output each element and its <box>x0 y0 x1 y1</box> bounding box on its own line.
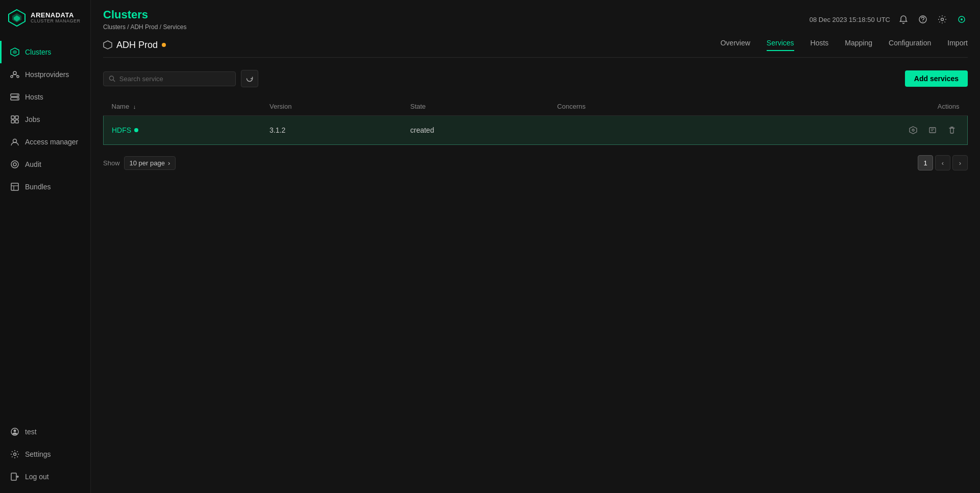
service-config-button[interactable] <box>906 123 920 137</box>
page-1-button[interactable]: 1 <box>918 155 933 170</box>
svg-point-12 <box>17 95 18 96</box>
service-status-dot <box>134 128 138 132</box>
sidebar-item-logout[interactable]: Log out <box>0 465 90 488</box>
power-icon[interactable] <box>955 13 968 26</box>
clusters-icon <box>10 47 20 57</box>
access-manager-label: Access manager <box>25 138 78 146</box>
page-next-button[interactable]: › <box>952 155 968 170</box>
col-concerns: Concerns <box>549 97 713 116</box>
logout-label: Log out <box>25 473 49 481</box>
svg-marker-4 <box>13 50 17 54</box>
page-controls: 1 ‹ › <box>918 155 968 170</box>
refresh-button[interactable] <box>241 70 258 87</box>
help-icon[interactable] <box>917 13 929 26</box>
svg-rect-16 <box>11 120 14 123</box>
sidebar-item-jobs[interactable]: Jobs <box>0 108 90 131</box>
svg-rect-15 <box>15 116 18 119</box>
cluster-icon <box>103 40 112 50</box>
svg-rect-14 <box>11 116 14 119</box>
svg-point-20 <box>13 163 16 166</box>
service-version-cell: 3.1.2 <box>261 116 402 145</box>
service-delete-button[interactable] <box>945 123 959 137</box>
show-label: Show <box>103 159 120 167</box>
toolbar-left <box>103 70 258 87</box>
page-prev-button[interactable]: ‹ <box>935 155 950 170</box>
service-name: HDFS <box>112 126 253 134</box>
service-state-cell: created <box>402 116 549 145</box>
top-header: Clusters Clusters / ADH Prod / Services … <box>91 0 980 31</box>
pagination: Show 10 per page › 1 ‹ › <box>103 155 968 170</box>
svg-marker-36 <box>910 127 917 134</box>
logo: ARENADATA CLUSTER MANAGER <box>0 0 90 36</box>
breadcrumb-clusters[interactable]: Clusters <box>103 23 126 31</box>
chevron-right-icon: › <box>168 159 170 167</box>
notifications-icon[interactable] <box>897 13 910 26</box>
sidebar: ARENADATA CLUSTER MANAGER Clusters <box>0 0 91 493</box>
svg-rect-27 <box>11 473 16 480</box>
cluster-nav: Overview Services Hosts Mapping Configur… <box>720 39 968 51</box>
gear-icon[interactable] <box>936 13 948 26</box>
sidebar-item-audit[interactable]: Audit <box>0 153 90 176</box>
svg-rect-21 <box>11 183 18 190</box>
per-page-value: 10 per page <box>130 159 165 167</box>
sidebar-item-settings[interactable]: Settings <box>0 443 90 465</box>
sidebar-item-hosts[interactable]: Hosts <box>0 86 90 108</box>
tab-hosts[interactable]: Hosts <box>811 39 829 51</box>
bundles-label: Bundles <box>25 183 51 191</box>
svg-point-6 <box>11 76 13 78</box>
search-box[interactable] <box>103 71 236 86</box>
service-edit-button[interactable] <box>925 123 940 137</box>
search-input[interactable] <box>119 75 230 83</box>
cluster-name-text: ADH Prod <box>116 40 158 51</box>
content-area: Add services Name ↓ Version State Concer… <box>91 58 980 493</box>
tab-overview[interactable]: Overview <box>720 39 750 51</box>
sort-arrow-name: ↓ <box>133 104 136 110</box>
hostproviders-label: Hostproviders <box>25 70 69 79</box>
tab-services[interactable]: Services <box>767 39 794 51</box>
breadcrumb: Clusters / ADH Prod / Services <box>103 23 186 31</box>
sidebar-item-hostproviders[interactable]: Hostproviders <box>0 63 90 86</box>
svg-point-5 <box>13 71 16 75</box>
sidebar-nav: Clusters Hostproviders <box>0 36 90 421</box>
brand-sub: CLUSTER MANAGER <box>31 19 81 24</box>
col-name: Name ↓ <box>104 97 262 116</box>
datetime: 08 Dec 2023 15:18:50 UTC <box>810 16 890 23</box>
svg-rect-38 <box>929 128 936 133</box>
breadcrumb-services[interactable]: Services <box>163 23 186 31</box>
tab-import[interactable]: Import <box>947 39 968 51</box>
user-icon <box>10 427 20 437</box>
hostproviders-icon <box>10 69 20 80</box>
table-header: Name ↓ Version State Concerns Actions <box>104 97 968 116</box>
breadcrumb-adh-prod[interactable]: ADH Prod <box>130 23 158 31</box>
cluster-status-dot <box>162 43 166 47</box>
logo-icon <box>7 8 27 28</box>
svg-point-13 <box>17 98 18 100</box>
sidebar-bottom: test Settings Log out <box>0 421 90 493</box>
table-body: HDFS 3.1.2 created <box>104 116 968 145</box>
audit-icon <box>10 159 20 169</box>
svg-line-9 <box>15 75 18 76</box>
sidebar-item-bundles[interactable]: Bundles <box>0 176 90 198</box>
service-concerns-cell <box>549 116 713 145</box>
per-page-select[interactable]: 10 per page › <box>124 156 176 170</box>
access-manager-icon <box>10 137 20 147</box>
sidebar-item-user[interactable]: test <box>0 421 90 443</box>
clusters-label: Clusters <box>25 48 51 56</box>
services-table: Name ↓ Version State Concerns Actions HD… <box>103 97 968 145</box>
svg-marker-33 <box>104 41 112 49</box>
add-services-button[interactable]: Add services <box>905 70 968 87</box>
user-label: test <box>25 428 37 436</box>
search-icon <box>109 75 115 82</box>
sidebar-item-clusters[interactable]: Clusters <box>0 41 90 63</box>
hosts-label: Hosts <box>25 93 43 101</box>
logout-icon <box>10 472 20 482</box>
table-row[interactable]: HDFS 3.1.2 created <box>104 116 968 145</box>
svg-line-35 <box>113 80 115 81</box>
service-name-cell: HDFS <box>104 116 262 145</box>
svg-point-32 <box>961 18 963 20</box>
tab-configuration[interactable]: Configuration <box>889 39 931 51</box>
service-actions-cell <box>713 116 967 145</box>
svg-line-8 <box>12 75 15 76</box>
tab-mapping[interactable]: Mapping <box>845 39 872 51</box>
sidebar-item-access-manager[interactable]: Access manager <box>0 131 90 153</box>
